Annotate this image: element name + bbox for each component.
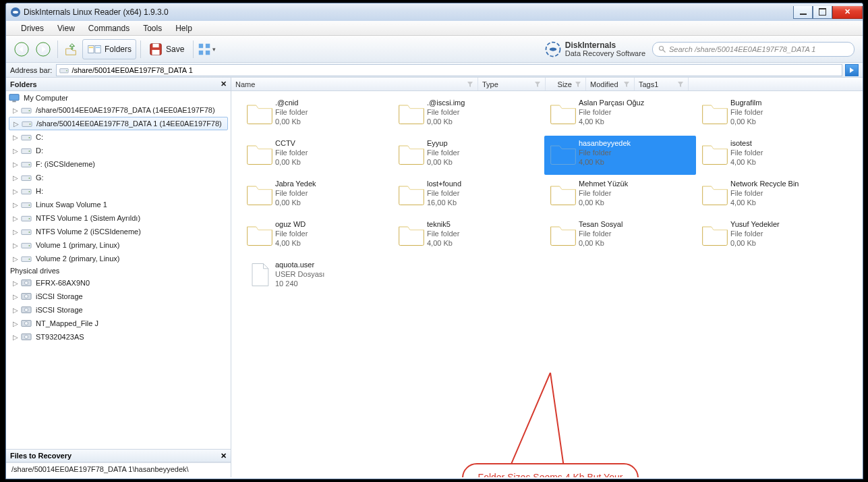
- minimize-button[interactable]: [793, 6, 813, 19]
- expand-icon[interactable]: ▷: [13, 242, 20, 249]
- col-size[interactable]: Size: [546, 78, 586, 90]
- expand-icon[interactable]: ▷: [13, 333, 20, 341]
- file-item[interactable]: aquota.userUSER Dosyası10 240: [241, 257, 393, 296]
- menu-commands[interactable]: Commands: [82, 22, 136, 34]
- tree-root-label: My Computer: [24, 94, 68, 102]
- tree-item[interactable]: ▷F: (iSCSIdeneme): [6, 157, 231, 171]
- expand-icon[interactable]: ▷: [13, 161, 20, 168]
- filter-icon[interactable]: [467, 81, 473, 88]
- item-size: 0,00 Kb: [730, 238, 780, 248]
- folder-icon: [396, 138, 427, 172]
- tree-item[interactable]: ▷Linux Swap Volume 1: [6, 198, 231, 211]
- brand: DiskInternals Data Recovery Software: [544, 40, 645, 59]
- monitor-icon: [9, 93, 21, 103]
- folder-tree[interactable]: My Computer▷/share/50014EE0AE197F78_DATA…: [6, 91, 231, 449]
- expand-icon[interactable]: ▷: [13, 228, 20, 236]
- folder-item[interactable]: Yusuf YedeklerFile folder0,00 Kb: [696, 217, 848, 256]
- files-area[interactable]: .@cnidFile folder0,00 Kb.@iscsi.imgFile …: [231, 91, 863, 477]
- item-size: 0,00 Kb: [579, 238, 623, 248]
- tree-item[interactable]: ▷D:: [6, 144, 231, 157]
- folder-item[interactable]: .@cnidFile folder0,00 Kb: [241, 95, 393, 134]
- filter-icon[interactable]: [534, 81, 541, 88]
- filter-icon[interactable]: [575, 81, 581, 88]
- expand-icon[interactable]: ▷: [13, 255, 20, 263]
- tree-item[interactable]: ▷/share/50014EE0AE197F78_DATA 1 (14EE0AE…: [9, 117, 228, 130]
- menu-tools[interactable]: Tools: [136, 22, 169, 34]
- tree-root[interactable]: My Computer: [6, 92, 231, 103]
- tree-item[interactable]: ▷/share/50014EE0AE197F78_DATA (14EE0AE19…: [6, 103, 231, 117]
- tree-item[interactable]: ▷Volume 2 (primary, Linux): [6, 252, 231, 265]
- close-folders-panel[interactable]: ✕: [221, 80, 227, 88]
- folders-button[interactable]: Folders: [82, 39, 136, 59]
- tree-item[interactable]: ▷EFRX-68AX9N0: [6, 276, 231, 290]
- files-recovery-header[interactable]: Files to Recovery ✕: [6, 449, 231, 462]
- close-files-recovery[interactable]: ✕: [221, 452, 227, 460]
- expand-icon[interactable]: ▷: [13, 306, 20, 314]
- tree-item[interactable]: ▷NT_Mapped_File J: [6, 317, 231, 330]
- folder-icon: [244, 138, 275, 172]
- col-name[interactable]: Name: [231, 78, 478, 90]
- col-modified[interactable]: Modified: [586, 78, 635, 90]
- folder-item[interactable]: Jabra YedekFile folder0,00 Kb: [241, 176, 393, 215]
- toolbar: Folders Save ▾ DiskInternals Data Recove…: [6, 36, 863, 63]
- tree-item[interactable]: ▷G:: [6, 171, 231, 184]
- folder-item[interactable]: Network Recycle BinFile folder4,00 Kb: [696, 176, 848, 215]
- expand-icon[interactable]: ▷: [13, 188, 20, 195]
- tree-item[interactable]: ▷ST9320423AS: [6, 330, 231, 344]
- expand-icon[interactable]: ▷: [13, 134, 20, 141]
- tree-item[interactable]: ▷H:: [6, 184, 231, 198]
- expand-icon[interactable]: ▷: [13, 279, 20, 287]
- tree-item[interactable]: ▷C:: [6, 130, 231, 144]
- address-field[interactable]: /share/50014EE0AE197F78_DATA 1: [56, 64, 842, 76]
- tree-item[interactable]: ▷Volume 1 (primary, Linux): [6, 238, 231, 252]
- folder-item[interactable]: Aslan Parçası OğuzFile folder4,00 Kb: [544, 95, 696, 134]
- folder-item[interactable]: CCTVFile folder0,00 Kb: [241, 136, 393, 175]
- expand-icon[interactable]: ▷: [13, 120, 20, 128]
- save-button[interactable]: Save: [144, 39, 189, 59]
- col-type[interactable]: Type: [478, 78, 546, 90]
- brand-subtitle: Data Recovery Software: [565, 49, 645, 57]
- expand-icon[interactable]: ▷: [13, 174, 20, 182]
- expand-icon[interactable]: ▷: [13, 215, 20, 222]
- address-bar: Address bar: /share/50014EE0AE197F78_DAT…: [6, 63, 863, 78]
- folder-item[interactable]: EyyupFile folder0,00 Kb: [393, 136, 544, 175]
- search-box[interactable]: Search /share/50014EE0AE197F78_DATA 1: [652, 42, 855, 57]
- folder-item[interactable]: hasanbeyyedekFile folder4,00 Kb: [544, 136, 696, 175]
- folder-item[interactable]: isotestFile folder4,00 Kb: [696, 136, 848, 175]
- title-bar[interactable]: DiskInternals Linux Reader (x64) 1.9.3.0: [6, 3, 863, 21]
- folder-item[interactable]: Mehmet YüzükFile folder0,00 Kb: [544, 176, 696, 215]
- disk-icon: [21, 305, 33, 315]
- nav-back-button[interactable]: [11, 39, 32, 59]
- expand-icon[interactable]: ▷: [13, 107, 20, 114]
- maximize-button[interactable]: [813, 6, 832, 19]
- col-tags1[interactable]: Tags1: [635, 78, 689, 90]
- file-row: CCTVFile folder0,00 KbEyyupFile folder0,…: [241, 136, 853, 175]
- expand-icon[interactable]: ▷: [13, 147, 20, 155]
- expand-icon[interactable]: ▷: [13, 293, 20, 300]
- close-button[interactable]: [832, 6, 863, 19]
- go-button[interactable]: [845, 64, 859, 76]
- view-mode-button[interactable]: ▾: [196, 39, 216, 59]
- menu-help[interactable]: Help: [169, 22, 199, 34]
- tree-item[interactable]: ▷NTFS Volume 1 (Sistem Ayrıldı): [6, 211, 231, 225]
- menu-view[interactable]: View: [51, 22, 82, 34]
- folder-item[interactable]: lost+foundFile folder16,00 Kb: [393, 176, 544, 215]
- window-title: DiskInternals Linux Reader (x64) 1.9.3.0: [24, 7, 169, 17]
- folder-item[interactable]: .@iscsi.imgFile folder0,00 Kb: [393, 95, 544, 134]
- folder-item[interactable]: teknik5File folder4,00 Kb: [393, 217, 544, 256]
- menu-drives[interactable]: Drives: [14, 22, 51, 34]
- tree-item[interactable]: ▷NTFS Volume 2 (iSCSIdeneme): [6, 225, 231, 238]
- up-button[interactable]: [61, 39, 81, 59]
- filter-icon[interactable]: [677, 81, 684, 88]
- expand-icon[interactable]: ▷: [13, 320, 20, 327]
- tree-item-label: Volume 2 (primary, Linux): [36, 255, 120, 263]
- drive-icon: [21, 146, 33, 155]
- expand-icon[interactable]: ▷: [13, 201, 20, 209]
- folder-item[interactable]: oguz WDFile folder4,00 Kb: [241, 217, 393, 256]
- tree-item[interactable]: ▷iSCSI Storage: [6, 290, 231, 303]
- filter-icon[interactable]: [623, 81, 630, 88]
- folder-item[interactable]: BugrafilmFile folder0,00 Kb: [696, 95, 848, 134]
- nav-forward-button[interactable]: [33, 39, 53, 59]
- folder-item[interactable]: Tesan SosyalFile folder0,00 Kb: [544, 217, 696, 256]
- tree-item[interactable]: ▷iSCSI Storage: [6, 303, 231, 317]
